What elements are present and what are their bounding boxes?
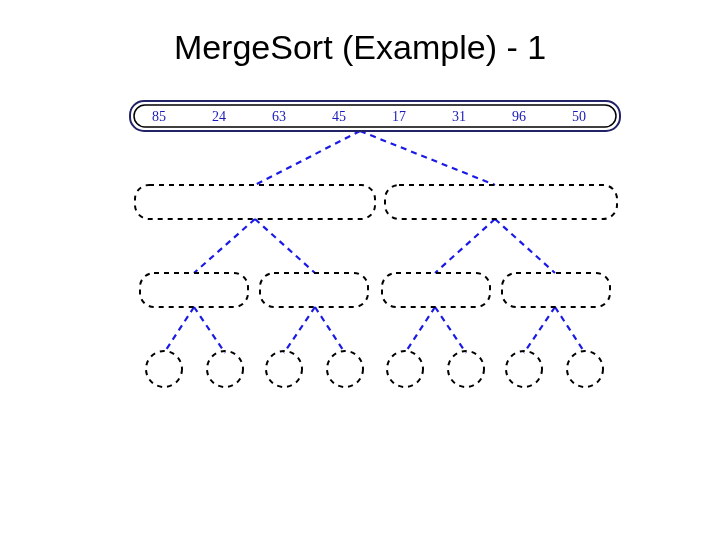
root-value-4: 17 bbox=[392, 109, 406, 124]
edge-l2d-l3-7 bbox=[524, 307, 555, 353]
edge-l1a-l2a bbox=[194, 219, 255, 273]
l3-node-1 bbox=[146, 351, 182, 387]
edge-l2d-l3-8 bbox=[555, 307, 585, 353]
l2-node-4 bbox=[502, 273, 610, 307]
root-node-inner bbox=[134, 105, 616, 127]
edge-l2c-l3-5 bbox=[405, 307, 435, 353]
l3-node-4 bbox=[327, 351, 363, 387]
edge-l2b-l3-3 bbox=[284, 307, 315, 353]
edge-l2a-l3-1 bbox=[164, 307, 194, 353]
l3-node-5 bbox=[387, 351, 423, 387]
edge-l1b-l2c bbox=[435, 219, 495, 273]
l3-node-6 bbox=[448, 351, 484, 387]
edge-l1a-l2b bbox=[255, 219, 315, 273]
slide-title: MergeSort (Example) - 1 bbox=[0, 0, 720, 67]
edge-l1b-l2d bbox=[495, 219, 555, 273]
root-value-7: 50 bbox=[572, 109, 586, 124]
l1-node-left bbox=[135, 185, 375, 219]
l1-node-right bbox=[385, 185, 617, 219]
mergesort-tree-diagram: 85 24 63 45 17 31 96 50 bbox=[0, 67, 720, 487]
edge-l2a-l3-2 bbox=[194, 307, 225, 353]
edge-l2b-l3-4 bbox=[315, 307, 345, 353]
edge-root-l1-left bbox=[255, 131, 360, 185]
l3-node-8 bbox=[567, 351, 603, 387]
l3-node-2 bbox=[207, 351, 243, 387]
root-value-2: 63 bbox=[272, 109, 286, 124]
root-value-1: 24 bbox=[212, 109, 226, 124]
l2-node-2 bbox=[260, 273, 368, 307]
l2-node-1 bbox=[140, 273, 248, 307]
l3-node-7 bbox=[506, 351, 542, 387]
l2-node-3 bbox=[382, 273, 490, 307]
l3-node-3 bbox=[266, 351, 302, 387]
root-value-3: 45 bbox=[332, 109, 346, 124]
root-value-0: 85 bbox=[152, 109, 166, 124]
edge-l2c-l3-6 bbox=[435, 307, 466, 353]
root-value-6: 96 bbox=[512, 109, 526, 124]
edge-root-l1-right bbox=[360, 131, 495, 185]
root-value-5: 31 bbox=[452, 109, 466, 124]
